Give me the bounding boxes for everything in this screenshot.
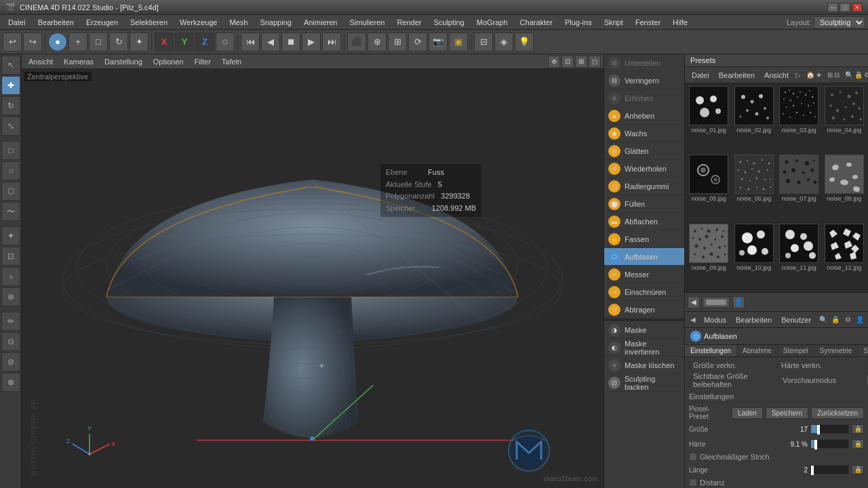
- checkbox-groesse-verkn[interactable]: [689, 361, 690, 369]
- light-button[interactable]: 💡: [515, 33, 534, 52]
- tool-fassen[interactable]: ✋ Fassen: [604, 230, 684, 248]
- menu-sculpting[interactable]: Sculpting: [428, 17, 469, 28]
- grid-button[interactable]: ⊞: [388, 33, 407, 52]
- play-back-button[interactable]: ◀: [261, 33, 280, 52]
- layout-select[interactable]: Sculpting: [814, 16, 865, 28]
- presets-icon-house[interactable]: 🏠: [806, 69, 814, 81]
- tool-wachs[interactable]: ◉ Wachs: [604, 125, 684, 142]
- minimize-button[interactable]: ─: [827, 3, 838, 12]
- props-bearbeiten[interactable]: Bearbeiten: [732, 315, 776, 325]
- btn-speichern[interactable]: Speichern: [766, 407, 808, 419]
- z-axis-button[interactable]: Z: [195, 33, 214, 52]
- slider-haerte-lock[interactable]: 🔒: [852, 439, 864, 449]
- props-nav-left[interactable]: ◀: [688, 314, 698, 326]
- props-tab-abnahme[interactable]: Abnahme: [737, 345, 778, 357]
- viewport-icon-3[interactable]: ⊞: [575, 56, 587, 68]
- tool-abflachen[interactable]: ▬ Abflachen: [604, 213, 684, 230]
- sidebar-dissolve-btn[interactable]: ⊗: [1, 373, 20, 392]
- menu-animieren[interactable]: Animieren: [298, 17, 343, 28]
- btn-zuruecksetzen[interactable]: Zurücksetzen: [811, 407, 864, 419]
- props-icon-search[interactable]: 🔍: [818, 314, 829, 326]
- sidebar-sphere-btn[interactable]: ○: [1, 161, 20, 180]
- props-tab-stempel[interactable]: Stempel: [778, 345, 814, 357]
- camera-button[interactable]: 📷: [429, 33, 448, 52]
- sidebar-move-btn[interactable]: ✚: [1, 76, 20, 95]
- preset-noise05[interactable]: noise_05.jpg: [688, 155, 730, 220]
- checkbox-distanz[interactable]: [689, 479, 697, 487]
- presets-bearbeiten[interactable]: Bearbeiten: [715, 70, 759, 80]
- checkbox-haerte-verkn[interactable]: [777, 361, 778, 369]
- props-icon-settings[interactable]: ⚙: [842, 314, 853, 326]
- tool-aufblasen[interactable]: ⬡ Aufblasen: [604, 248, 684, 266]
- menu-render[interactable]: Render: [391, 17, 427, 28]
- sidebar-polygon-btn[interactable]: ⬡: [1, 182, 20, 201]
- menu-hilfe[interactable]: Hilfe: [667, 17, 693, 28]
- preset-noise09[interactable]: noise_09.jpg: [688, 224, 730, 289]
- slider-laenge-track[interactable]: [810, 465, 849, 474]
- preset-noise10[interactable]: noise_10.jpg: [733, 224, 776, 289]
- preset-noise08[interactable]: noise_08.jpg: [823, 155, 866, 220]
- sidebar-cube-btn[interactable]: □: [1, 141, 20, 160]
- btn-laden[interactable]: Laden: [732, 407, 763, 419]
- tool-messer[interactable]: ✂ Messer: [604, 266, 684, 283]
- tool-einschnueren[interactable]: ⊸ Einschnüren: [604, 283, 684, 301]
- menu-selektieren[interactable]: Selektieren: [125, 17, 173, 28]
- vt-tafeln[interactable]: Tafeln: [218, 57, 245, 66]
- props-benutzer[interactable]: Benutzer: [777, 315, 815, 325]
- presets-icon-1[interactable]: ▷: [795, 69, 801, 81]
- nav-person-btn[interactable]: 👤: [732, 296, 745, 308]
- coord-mode-button[interactable]: ⬡: [216, 33, 235, 52]
- material-button[interactable]: ◈: [494, 33, 513, 52]
- sidebar-paint-btn[interactable]: ✏: [1, 312, 20, 331]
- tool-glaetten[interactable]: ◎ Glätten: [604, 142, 684, 160]
- sidebar-select-btn[interactable]: ↖: [1, 56, 20, 75]
- menu-mesh[interactable]: Mesh: [224, 17, 253, 28]
- presets-datei[interactable]: Datei: [688, 70, 713, 80]
- preset-noise02[interactable]: noise_02.jpg: [733, 86, 776, 152]
- presets-ansicht[interactable]: Ansicht: [760, 70, 793, 80]
- menu-plugins[interactable]: Plug-ins: [559, 17, 597, 28]
- presets-icon-lock[interactable]: 🔒: [854, 69, 863, 81]
- sidebar-knife-btn[interactable]: ⊘: [1, 352, 20, 371]
- render-button[interactable]: ▣: [449, 33, 468, 52]
- vt-darstellung[interactable]: Darstellung: [100, 57, 146, 66]
- tool-erhoehen[interactable]: ⊕ Erhöhen: [604, 89, 684, 107]
- menu-werkzeuge[interactable]: Werkzeuge: [174, 17, 222, 28]
- tool-maske-loeschen[interactable]: ○ Maske löschen: [604, 357, 684, 374]
- play-button[interactable]: ▶: [302, 33, 321, 52]
- tool-unterteilen[interactable]: ⊞ Unterteilen: [604, 54, 684, 72]
- tool-wiederholen[interactable]: ↺ Wiederholen: [604, 160, 684, 178]
- menu-skript[interactable]: Skript: [599, 17, 629, 28]
- preset-noise03[interactable]: noise_03.jpg: [778, 86, 821, 152]
- slider-laenge-lock[interactable]: 🔒: [852, 465, 864, 474]
- sidebar-deformer-btn[interactable]: ⟐: [1, 267, 20, 286]
- tool-abtragen[interactable]: ▽ Abtragen: [604, 301, 684, 319]
- sidebar-generator-btn[interactable]: ⊛: [1, 287, 20, 306]
- slider-groesse-track[interactable]: [810, 424, 849, 434]
- presets-icon-grid1[interactable]: ⊞: [827, 69, 833, 81]
- tool-fuellen[interactable]: ⬤ Füllen: [604, 195, 684, 213]
- grid-view-button[interactable]: ⊟: [474, 33, 493, 52]
- vt-filter[interactable]: Filter: [190, 57, 214, 66]
- menu-simulieren[interactable]: Simulieren: [344, 17, 390, 28]
- sphere-view-button[interactable]: ⊕: [368, 33, 387, 52]
- menu-datei[interactable]: Datei: [3, 17, 31, 28]
- tool-maske[interactable]: ◑ Maske: [604, 321, 684, 339]
- nav-prev-btn[interactable]: ◀: [688, 296, 700, 308]
- checkbox-strich[interactable]: [689, 453, 697, 461]
- presets-icon-star[interactable]: ★: [816, 69, 822, 81]
- viewport-icon-2[interactable]: ⊡: [561, 56, 574, 68]
- close-button[interactable]: ✕: [852, 3, 863, 12]
- tool-maske-invertieren[interactable]: ◐ Maske invertieren: [604, 339, 684, 357]
- preset-noise07[interactable]: noise_07.jpg: [778, 155, 821, 220]
- object-tool-button[interactable]: □: [89, 33, 108, 52]
- props-tab-symmetrie[interactable]: Symmetrie: [814, 345, 859, 357]
- undo-button[interactable]: ↩: [3, 33, 22, 52]
- scale-tool-button[interactable]: ✦: [130, 33, 149, 52]
- viewport-icon-1[interactable]: ⊕: [548, 56, 560, 68]
- menu-fenster[interactable]: Fenster: [630, 17, 666, 28]
- vt-kameras[interactable]: Kameras: [60, 57, 98, 66]
- cube-view-button[interactable]: ⬛: [347, 33, 366, 52]
- slider-groesse-lock[interactable]: 🔒: [852, 424, 864, 434]
- viewport[interactable]: MAXON CINEMA 4D: [22, 69, 604, 488]
